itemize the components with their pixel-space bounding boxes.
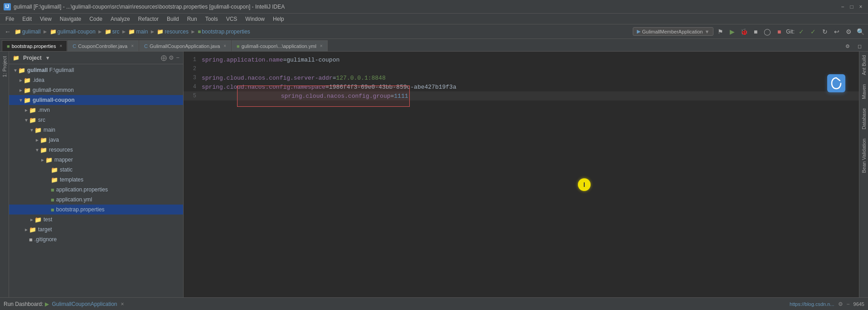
settings-icon[interactable]: ⚙: [844, 27, 853, 37]
back-icon[interactable]: ←: [3, 27, 13, 37]
tab-app-yml[interactable]: ■ gulimall-coupon\...\application.yml ×: [232, 40, 328, 51]
tab-bootstrap-props[interactable]: ■ bootstrap.properties ×: [2, 40, 67, 51]
git-undo-icon[interactable]: ↩: [832, 27, 842, 37]
editor-content[interactable]: 1 spring.application.name=gulimall-coupo…: [184, 52, 859, 297]
line-content-5[interactable]: spring.cloud.nacos.config.group=1111: [202, 79, 859, 114]
menu-run[interactable]: Run: [184, 15, 201, 23]
settings-panel-icon[interactable]: ⚙: [169, 54, 174, 61]
menu-refactor[interactable]: Refactor: [135, 15, 162, 23]
tab-close-app[interactable]: ×: [223, 43, 226, 48]
database-tab[interactable]: Database: [861, 108, 867, 129]
tree-item-bootstrap-props[interactable]: ► ■ bootstrap.properties: [9, 205, 183, 215]
breadcrumb-src-text[interactable]: src: [112, 29, 120, 35]
run-icon[interactable]: ▶: [727, 27, 737, 37]
menu-navigate[interactable]: Navigate: [56, 15, 85, 23]
menu-tools[interactable]: Tools: [202, 15, 222, 23]
tab-coupon-app[interactable]: C GulimallCouponApplication.java ×: [139, 40, 231, 51]
tree-item-mvn[interactable]: ► 📁 .mvn: [9, 105, 183, 115]
tree-item-java[interactable]: ► 📁 java: [9, 135, 183, 145]
tree-label-java: java: [49, 137, 59, 143]
app-icon: IJ: [4, 3, 11, 10]
breadcrumb-resources-text[interactable]: resources: [165, 29, 189, 35]
tab-app-yml-label: gulimall-coupon\...\application.yml: [242, 43, 316, 49]
tab-close-bootstrap[interactable]: ×: [60, 43, 63, 48]
tree-item-test[interactable]: ► 📁 test: [9, 215, 183, 224]
locate-icon[interactable]: ⨁: [161, 54, 167, 61]
tab-close-yml[interactable]: ×: [320, 43, 323, 48]
tree-item-static[interactable]: ► 📁 static: [9, 165, 183, 175]
bottom-minimize-icon[interactable]: −: [847, 301, 850, 307]
tree-item-gitignore[interactable]: ► ■ .gitignore: [9, 234, 183, 244]
breadcrumb-src-icon: 📁: [105, 29, 112, 35]
git-check-icon[interactable]: ✓: [796, 27, 806, 37]
panel-dropdown-icon[interactable]: ▼: [45, 55, 50, 61]
panel-title: Project: [23, 55, 42, 61]
menu-code[interactable]: Code: [86, 15, 106, 23]
run-app-name[interactable]: GulimallCouponApplication: [52, 301, 117, 307]
line-content-2[interactable]: [202, 66, 859, 72]
menu-vcs[interactable]: VCS: [223, 15, 241, 23]
panel-header-icons: ⨁ ⚙ −: [161, 54, 179, 61]
split-icon[interactable]: ◻: [854, 41, 864, 51]
menu-window[interactable]: Window: [242, 15, 268, 23]
tree-item-main[interactable]: ▼ 📁 main: [9, 125, 183, 135]
menu-bar: File Edit View Navigate Code Analyze Ref…: [0, 14, 868, 24]
build-icon[interactable]: ⚑: [715, 27, 725, 37]
line-content-1[interactable]: spring.application.name=gulimall-coupon: [202, 57, 859, 63]
git-history-icon[interactable]: ↻: [820, 27, 830, 37]
maven-tab[interactable]: Maven: [861, 84, 867, 99]
menu-file[interactable]: File: [2, 15, 18, 23]
tree-item-target[interactable]: ► 📁 target: [9, 224, 183, 234]
line-num-2: 2: [184, 66, 202, 72]
tree-item-mapper[interactable]: ► 📁 mapper: [9, 155, 183, 165]
menu-build[interactable]: Build: [163, 15, 183, 23]
git-check2-icon[interactable]: ✓: [808, 27, 818, 37]
tree-item-idea[interactable]: ► 📁 .idea: [9, 75, 183, 85]
bottom-settings-icon[interactable]: ⚙: [838, 301, 843, 307]
tree-item-gulimall-common[interactable]: ► 📁 gulimall-common: [9, 85, 183, 95]
menu-help[interactable]: Help: [269, 15, 288, 23]
profile-icon[interactable]: ◯: [762, 27, 772, 37]
menu-edit[interactable]: Edit: [19, 15, 35, 23]
breadcrumb-main-text[interactable]: main: [136, 29, 148, 35]
minimize-button[interactable]: −: [839, 3, 846, 10]
tree-item-templates[interactable]: ► 📁 templates: [9, 175, 183, 185]
tab-coupon-controller[interactable]: C CouponController.java ×: [68, 40, 139, 51]
breadcrumb-gulimall-text[interactable]: gulimall: [22, 29, 41, 35]
tree-item-gulimall[interactable]: ▼ 📁 gulimall F:\gulimall: [9, 65, 183, 75]
debug-icon[interactable]: 🐞: [739, 27, 749, 37]
menu-view[interactable]: View: [36, 15, 55, 23]
close-button[interactable]: ×: [857, 3, 864, 10]
search-icon[interactable]: 🔍: [855, 27, 865, 37]
tree-item-src[interactable]: ▼ 📁 src: [9, 115, 183, 125]
editor-area[interactable]: 1 spring.application.name=gulimall-coupo…: [184, 52, 859, 297]
run-config-dropdown-icon[interactable]: ▼: [704, 29, 709, 34]
ant-build-tab[interactable]: Ant Build: [861, 55, 867, 75]
breadcrumb-coupon-text[interactable]: gulimall-coupon: [58, 29, 96, 35]
minimize-panel-icon[interactable]: −: [176, 54, 179, 61]
menu-analyze[interactable]: Analyze: [107, 15, 134, 23]
tree-label-app-yml: application.yml: [56, 196, 92, 203]
editor-settings-icon[interactable]: ⚙: [843, 41, 853, 51]
folder-target-icon: 📁: [29, 226, 36, 233]
breadcrumb-file-text[interactable]: bootstrap.properties: [202, 29, 250, 35]
tree-item-gulimall-coupon[interactable]: ▼ 📁 gulimall-coupon: [9, 95, 183, 105]
tree-item-resources[interactable]: ▼ 📁 resources: [9, 145, 183, 155]
tab-bar: ■ bootstrap.properties × C CouponControl…: [0, 39, 868, 52]
folder-test-icon: 📁: [34, 216, 42, 223]
coverage-icon[interactable]: ■: [751, 27, 761, 37]
tab-bootstrap-props-label: bootstrap.properties: [12, 43, 56, 49]
breadcrumb-resources-icon: 📁: [157, 29, 164, 35]
run-config[interactable]: ▶ GulimallMemberApplication ▼: [633, 27, 714, 36]
project-panel-label[interactable]: 1: Project: [2, 56, 7, 77]
tab-close-controller[interactable]: ×: [131, 43, 134, 48]
tree-label-mvn: .mvn: [38, 107, 50, 113]
breadcrumb-gulimall[interactable]: 📁: [15, 29, 21, 35]
tree-item-app-props[interactable]: ► ■ application.properties: [9, 185, 183, 195]
run-close-icon[interactable]: ×: [121, 301, 124, 307]
tree-item-app-yml[interactable]: ► ■ application.yml: [9, 195, 183, 205]
bean-validation-tab[interactable]: Bean Validation: [861, 138, 867, 173]
intellij-logo: [827, 74, 845, 92]
stop-icon[interactable]: ■: [774, 27, 784, 37]
maximize-button[interactable]: □: [848, 3, 855, 10]
